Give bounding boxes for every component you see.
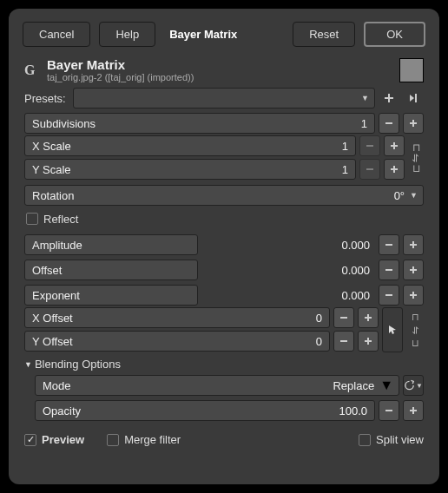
svg-rect-15 <box>410 269 417 271</box>
xscale-label: X Scale <box>32 140 71 153</box>
presets-label: Presets: <box>24 92 66 105</box>
mode-switch-button[interactable]: ▼ <box>403 375 424 396</box>
yscale-minus-button[interactable] <box>359 159 380 180</box>
opacity-plus-button[interactable] <box>403 400 424 421</box>
svg-rect-1 <box>385 122 392 124</box>
rotation-dropdown[interactable]: Rotation 0° ▼ <box>24 185 424 206</box>
svg-rect-3 <box>410 122 417 124</box>
split-view-label: Split view <box>376 433 424 446</box>
svg-rect-9 <box>391 168 398 170</box>
footer: Preview Merge filter Split view <box>9 426 439 446</box>
amplitude-plus-button[interactable] <box>403 234 424 255</box>
exponent-label: Exponent <box>32 289 80 302</box>
ok-button[interactable]: OK <box>364 22 425 47</box>
offset-row: Offset 0.000 <box>24 260 424 280</box>
svg-rect-12 <box>410 244 417 246</box>
reflect-label: Reflect <box>43 213 78 226</box>
rotation-label: Rotation <box>32 189 74 202</box>
merge-filter-checkbox[interactable] <box>107 434 119 446</box>
svg-rect-16 <box>385 294 392 296</box>
xoffset-field[interactable]: X Offset 0 <box>24 307 330 328</box>
offsetxy-group: X Offset 0 Y Offset 0 <box>24 307 424 352</box>
blending-section-label: Blending Options <box>35 358 121 371</box>
subdivisions-minus-button[interactable] <box>379 113 399 134</box>
reset-button[interactable]: Reset <box>293 22 355 47</box>
split-view-checkbox[interactable] <box>359 434 371 446</box>
opacity-field[interactable]: Opacity 100.0 <box>35 400 375 421</box>
amplitude-minus-button[interactable] <box>379 234 399 255</box>
subdivisions-plus-button[interactable] <box>403 113 424 134</box>
cursor-icon <box>386 324 399 336</box>
mode-row: Mode Replace ▼ ▼ <box>35 375 424 396</box>
mode-dropdown[interactable]: Mode Replace ▼ <box>35 375 399 396</box>
offset-label: Offset <box>32 264 62 277</box>
help-button[interactable]: Help <box>99 22 155 47</box>
yscale-plus-button[interactable] <box>384 159 405 180</box>
amplitude-label: Amplitude <box>32 239 82 252</box>
xscale-plus-button[interactable] <box>384 135 405 156</box>
exponent-plus-button[interactable] <box>403 285 424 306</box>
yscale-field[interactable]: Y Scale 1 <box>24 159 356 180</box>
chain-icon-mid: ⇋ <box>411 154 421 162</box>
amplitude-field[interactable]: Amplitude <box>24 234 198 255</box>
presets-dropdown[interactable]: ▼ <box>73 88 375 108</box>
svg-rect-22 <box>340 340 347 342</box>
exponent-field[interactable]: Exponent <box>24 285 198 306</box>
amplitude-row: Amplitude 0.000 <box>24 234 424 255</box>
chevron-down-icon: ▼ <box>379 378 393 393</box>
subdivisions-label: Subdivisions <box>32 117 96 130</box>
chevron-down-icon: ▼ <box>410 191 418 200</box>
opacity-value: 100.0 <box>339 404 367 417</box>
svg-rect-21 <box>365 317 372 319</box>
exponent-row: Exponent 0.000 <box>24 285 424 306</box>
chain-icon: ⊓ <box>412 312 419 323</box>
yoffset-minus-button[interactable] <box>333 331 354 352</box>
xscale-minus-button[interactable] <box>359 135 380 156</box>
svg-rect-6 <box>391 145 398 147</box>
yoffset-field[interactable]: Y Offset 0 <box>24 331 330 352</box>
opacity-minus-button[interactable] <box>379 400 399 421</box>
scale-group: X Scale 1 Y Scale 1 ⊓ ⇋ <box>24 135 424 181</box>
xscale-field[interactable]: X Scale 1 <box>24 135 356 156</box>
preset-add-button[interactable] <box>379 88 399 108</box>
filter-name: Bayer Matrix <box>47 57 392 72</box>
svg-rect-4 <box>366 145 373 147</box>
preview-checkbox[interactable] <box>24 434 36 446</box>
preview-label: Preview <box>42 433 84 446</box>
exponent-value: 0.000 <box>341 289 370 302</box>
chain-icon: ⊓ <box>412 142 420 153</box>
xoffset-minus-button[interactable] <box>333 307 354 328</box>
offset-value: 0.000 <box>341 264 370 277</box>
pick-point-button[interactable] <box>382 307 403 352</box>
reflect-row: Reflect <box>24 207 424 230</box>
subdivisions-field[interactable]: Subdivisions 1 <box>24 113 375 134</box>
scale-link-button[interactable]: ⊓ ⇋ ⊔ <box>408 135 424 181</box>
expander-icon: ▼ <box>24 360 32 369</box>
mode-value: Replace <box>333 379 374 392</box>
cancel-button[interactable]: Cancel <box>23 22 90 47</box>
svg-rect-25 <box>385 410 392 411</box>
exponent-minus-button[interactable] <box>379 285 399 306</box>
subdivisions-value: 1 <box>361 117 367 130</box>
preset-menu-button[interactable] <box>403 88 424 108</box>
svg-rect-0 <box>415 94 417 102</box>
offset-link-button[interactable]: ⊓ ⇋ ⊔ <box>406 307 424 352</box>
chain-icon-bot: ⊔ <box>412 163 420 174</box>
xoffset-plus-button[interactable] <box>358 307 379 328</box>
svg-rect-27 <box>410 410 417 411</box>
svg-rect-7 <box>366 168 373 170</box>
reflect-checkbox[interactable] <box>26 213 38 225</box>
offset-minus-button[interactable] <box>379 260 399 280</box>
offset-field[interactable]: Offset <box>24 260 198 280</box>
yoffset-value: 0 <box>316 335 322 348</box>
header: G Bayer Matrix taj_orig.jpg-2 ([taj_orig… <box>9 57 439 88</box>
chain-icon-mid: ⇋ <box>410 326 421 334</box>
blending-section-header[interactable]: ▼ Blending Options <box>24 358 424 371</box>
yoffset-plus-button[interactable] <box>358 331 379 352</box>
svg-rect-10 <box>385 244 392 246</box>
swap-icon <box>404 379 415 391</box>
color-swatch[interactable] <box>399 58 424 82</box>
xoffset-value: 0 <box>316 312 322 325</box>
offset-plus-button[interactable] <box>403 260 424 280</box>
svg-rect-19 <box>340 317 347 319</box>
